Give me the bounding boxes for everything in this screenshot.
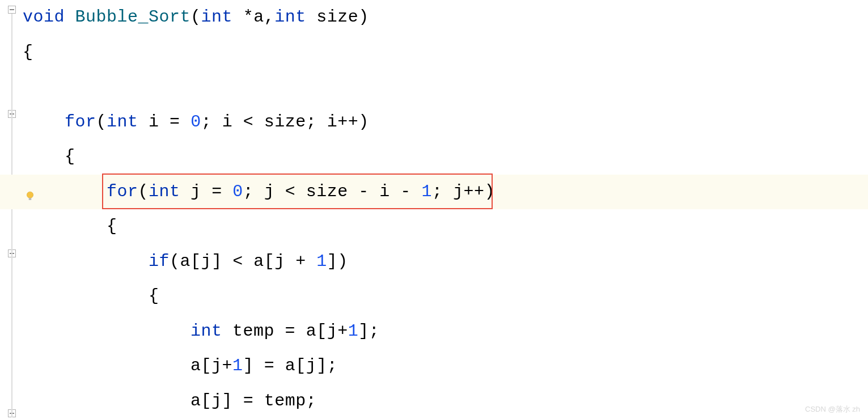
fold-handle-icon[interactable] (8, 6, 16, 14)
code-line[interactable]: { (23, 139, 868, 175)
code-area[interactable]: void Bubble_Sort(int *a,int size){ for(i… (20, 0, 868, 419)
code-editor: void Bubble_Sort(int *a,int size){ for(i… (0, 0, 868, 419)
intention-bulb-icon[interactable] (25, 187, 35, 197)
code-line[interactable]: for(int i = 0; i < size; i++) (23, 105, 868, 140)
watermark: CSDN @落水 zh (805, 404, 860, 414)
code-line[interactable]: { (23, 35, 868, 70)
code-line[interactable]: a[j+1] = a[j]; (23, 349, 868, 384)
code-line[interactable]: if(a[j] < a[j + 1]) (23, 244, 868, 280)
svg-point-0 (27, 192, 33, 198)
code-line[interactable]: int temp = a[j+1]; (23, 314, 868, 349)
code-line[interactable]: { (23, 209, 868, 244)
svg-rect-1 (29, 198, 32, 200)
code-line[interactable]: a[j] = temp; (23, 384, 868, 419)
code-line[interactable]: void Bubble_Sort(int *a,int size) (23, 0, 868, 35)
code-line[interactable] (23, 70, 868, 105)
gutter (0, 0, 20, 419)
code-line[interactable]: { (23, 279, 868, 314)
code-line[interactable]: for(int j = 0; j < size - i - 1; j++) (0, 175, 868, 210)
